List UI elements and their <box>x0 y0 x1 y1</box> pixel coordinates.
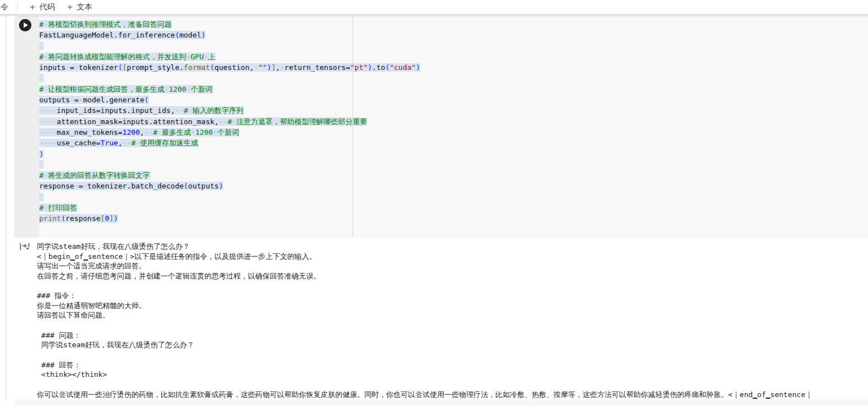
code-token: ···· <box>39 139 57 147</box>
code-token: · <box>191 128 195 136</box>
code-token: ( <box>184 182 188 190</box>
output-options-icon <box>18 240 31 253</box>
code-token: outputs <box>39 96 70 104</box>
code-token: model <box>179 31 201 39</box>
code-line[interactable]: FastLanguageModel.for_inference(model) <box>39 30 868 40</box>
code-token: ···· <box>39 128 57 136</box>
code-token: , <box>118 139 123 147</box>
code-token: print <box>39 214 61 223</box>
code-token: 1200 <box>168 85 186 93</box>
code-token: return_tensors= <box>284 63 350 72</box>
code-token: · <box>44 171 48 180</box>
code-token: 1200 <box>123 128 140 136</box>
code-token: · <box>188 106 193 115</box>
output-line: ### 回答： <box>37 360 868 370</box>
code-token: , <box>140 128 144 136</box>
code-token: 将模型切换到推理模式，准备回答问题 <box>48 20 172 29</box>
code-token: ) <box>267 63 271 72</box>
code-token: # <box>184 106 188 115</box>
code-line[interactable] <box>39 41 868 51</box>
code-token: 上 <box>208 53 215 61</box>
output-options-button[interactable] <box>18 240 32 254</box>
code-token: 让模型根据问题生成回答，最多生成 <box>48 85 165 93</box>
cell-gutter <box>14 16 39 238</box>
output-text: 同学说steam好玩，我现在八级烫伤了怎么办？<｜begin▁of▁senten… <box>37 242 868 399</box>
code-token: · <box>70 96 74 104</box>
code-line[interactable]: #·让模型根据问题生成回答，最多生成·1200·个新词 <box>39 84 868 95</box>
code-token: 使用缓存加速生成 <box>140 139 198 147</box>
code-line[interactable]: ····use_cache=True,··#·使用缓存加速生成 <box>39 138 868 148</box>
output-line: 请回答以下算命问题。 <box>37 310 868 320</box>
code-line[interactable] <box>39 192 868 202</box>
output-line <box>37 281 868 291</box>
code-token: [ <box>123 63 127 72</box>
add-text-label: 文本 <box>77 2 92 12</box>
code-token: model.generate <box>83 96 144 104</box>
code-token: 将问题转换成模型能理解的格式，并发送到 <box>48 53 186 61</box>
code-token: ·· <box>219 117 228 126</box>
code-line[interactable]: #·将问题转换成模型能理解的格式，并发送到·GPU·上 <box>39 51 868 62</box>
code-token: outputs <box>188 182 219 190</box>
code-token: · <box>186 85 191 93</box>
code-token: "pt" <box>350 63 368 72</box>
code-token: ) <box>219 182 223 190</box>
code-token: · <box>44 85 48 93</box>
toolbar-divider <box>17 2 18 12</box>
code-token: input_ids=inputs.input_ids, <box>57 106 175 115</box>
output-line <box>37 380 868 390</box>
code-token: ···· <box>39 106 57 115</box>
code-token: max_new_tokens= <box>57 128 122 136</box>
code-line[interactable]: #·将模型切换到推理模式，准备回答问题 <box>39 19 868 30</box>
toolbar-shadow <box>0 14 868 17</box>
code-token: attention_mask=inputs.attention_mask, <box>57 117 219 126</box>
code-line[interactable]: #·将生成的回答从数字转换回文字 <box>39 170 868 181</box>
code-token: 注意力遮罩，帮助模型理解哪些部分重要 <box>236 117 367 126</box>
code-token: # <box>39 20 44 29</box>
add-text-button[interactable]: + 文本 <box>61 0 98 14</box>
run-cell-button[interactable] <box>18 18 32 32</box>
output-line: 同学说steam好玩，我现在八级烫伤了怎么办？ <box>37 242 868 252</box>
notebook-cell: #·将模型切换到推理模式，准备回答问题FastLanguageModel.for… <box>14 16 868 399</box>
code-line[interactable]: ) <box>39 149 868 159</box>
output-line <box>37 350 868 360</box>
code-line[interactable]: print(response[0]) <box>39 213 868 224</box>
output-line: 你可以尝试使用一些治疗烫伤的药物，比如抗生素软膏或药膏，这些药物可以帮助你恢复皮… <box>37 390 868 400</box>
command-palette-button[interactable]: 命令 <box>0 2 8 12</box>
code-token: response <box>65 214 101 223</box>
code-token: "cuda" <box>390 63 416 72</box>
output-line: 你是一位精通弱智吧精髓的大师。 <box>37 301 868 311</box>
code-line[interactable] <box>39 73 868 83</box>
next-cell-strip <box>14 399 868 406</box>
code-token: ( <box>144 96 149 104</box>
code-line[interactable]: outputs·=·model.generate( <box>39 95 868 105</box>
code-token: inputs <box>39 63 65 72</box>
code-line[interactable]: ····attention_mask=inputs.attention_mask… <box>39 116 868 127</box>
code-token: "" <box>258 63 267 72</box>
code-token: GPU <box>190 53 203 61</box>
plus-icon: + <box>67 2 73 12</box>
code-token: # <box>39 85 44 93</box>
output-line: ### 问题： <box>37 331 868 341</box>
add-code-button[interactable]: + 代码 <box>24 0 61 14</box>
code-token: , <box>276 63 280 72</box>
code-line[interactable]: ····max_new_tokens=1200,··#·最多生成·1200·个新… <box>39 127 868 138</box>
code-token: 打印回答 <box>48 204 77 212</box>
code-line[interactable]: inputs·=·tokenizer([prompt_style.format(… <box>39 62 868 73</box>
code-area[interactable]: #·将模型切换到推理模式，准备回答问题FastLanguageModel.for… <box>39 19 868 238</box>
code-token: ) <box>416 63 420 72</box>
output-line: 同学说steam好玩，我现在八级烫伤了怎么办？ <box>37 340 868 350</box>
code-token: · <box>83 182 87 190</box>
code-token: use_cache= <box>57 139 100 147</box>
code-token: · <box>135 139 140 147</box>
code-line[interactable] <box>39 159 868 170</box>
code-editor[interactable]: #·将模型切换到推理模式，准备回答问题FastLanguageModel.for… <box>14 16 868 238</box>
code-token: · <box>157 128 162 136</box>
code-line[interactable]: #·打印回答 <box>39 202 868 213</box>
code-line[interactable]: response·=·tokenizer.batch_decode(output… <box>39 181 868 191</box>
code-line[interactable]: ····input_ids=inputs.input_ids,··#·输入的数字… <box>39 105 868 116</box>
code-token: · <box>204 53 208 61</box>
add-code-label: 代码 <box>39 2 55 12</box>
code-token: ] <box>271 63 276 72</box>
code-token: ( <box>61 214 65 223</box>
code-token: 个新词 <box>191 85 213 93</box>
